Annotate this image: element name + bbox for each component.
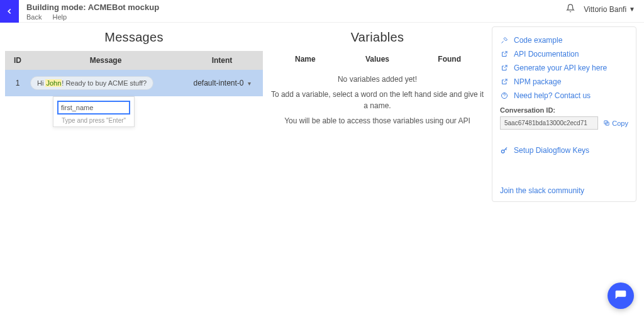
chevron-down-icon: ▾	[248, 80, 251, 87]
header-intent: Intent	[181, 51, 263, 70]
user-name: Vittorio Banfi	[584, 5, 626, 14]
variables-empty-state: No variables added yet! To add a variabl…	[269, 74, 486, 126]
header-found: Found	[413, 55, 486, 64]
link-npm-package[interactable]: NPM package	[500, 75, 628, 89]
page-title: Building mode: ACMEBot mockup	[26, 3, 558, 12]
conversation-id-label: Conversation ID:	[500, 106, 628, 114]
chevron-down-icon: ▼	[629, 6, 635, 13]
header-values: Values	[341, 55, 414, 64]
external-link-icon	[500, 77, 509, 86]
variables-title: Variables	[269, 26, 486, 51]
external-link-icon	[500, 64, 509, 72]
empty-line-1: To add a variable, select a word on the …	[269, 89, 486, 111]
conversation-id-field[interactable]	[500, 116, 598, 130]
header-name: Name	[269, 55, 341, 64]
key-icon	[500, 146, 509, 155]
link-code-example[interactable]: Code example	[500, 33, 628, 47]
question-icon	[500, 91, 509, 100]
message-row-id: 1	[5, 79, 30, 87]
messages-table-header: ID Message Intent	[5, 51, 263, 70]
back-arrow-button[interactable]	[0, 0, 19, 23]
message-highlighted-word[interactable]: John	[45, 79, 62, 87]
bell-icon[interactable]	[566, 4, 575, 14]
popover-hint: Type and press "Enter"	[57, 115, 130, 124]
intent-value: default-intent-0	[193, 79, 243, 87]
empty-title: No variables added yet!	[269, 74, 486, 85]
link-need-help[interactable]: Need help? Contact us	[500, 89, 628, 103]
message-text-prefix: Hi	[37, 79, 45, 87]
breadcrumb-back[interactable]: Back	[26, 13, 42, 21]
header-id: ID	[5, 51, 30, 70]
message-text-suffix: ! Ready to buy ACME stuff?	[62, 79, 147, 87]
link-api-documentation[interactable]: API Documentation	[500, 47, 628, 61]
chat-fab-button[interactable]	[608, 283, 634, 309]
message-bubble[interactable]: Hi John! Ready to buy ACME stuff?	[30, 76, 153, 90]
empty-line-2: You will be able to access those variabl…	[269, 115, 486, 126]
tools-icon	[500, 36, 509, 45]
copy-button[interactable]: Copy	[603, 120, 628, 127]
link-setup-dialogflow[interactable]: Setup Dialogflow Keys	[500, 146, 628, 155]
variables-table-header: Name Values Found	[269, 51, 486, 70]
breadcrumb-help[interactable]: Help	[53, 13, 67, 21]
variable-name-input[interactable]	[57, 101, 130, 115]
header-message: Message	[30, 51, 181, 70]
link-generate-api-key[interactable]: Generate your API key here	[500, 61, 628, 75]
side-panel: Code example API Documentation Generate …	[492, 26, 636, 202]
link-join-slack[interactable]: Join the slack community	[500, 186, 628, 195]
messages-title: Messages	[5, 26, 263, 51]
user-menu[interactable]: Vittorio Banfi ▼	[584, 5, 635, 14]
message-row[interactable]: 1 Hi John! Ready to buy ACME stuff? defa…	[5, 70, 263, 96]
external-link-icon	[500, 50, 509, 59]
variable-name-popover: Type and press "Enter"	[53, 96, 135, 127]
intent-dropdown[interactable]: default-intent-0 ▾	[181, 79, 263, 87]
